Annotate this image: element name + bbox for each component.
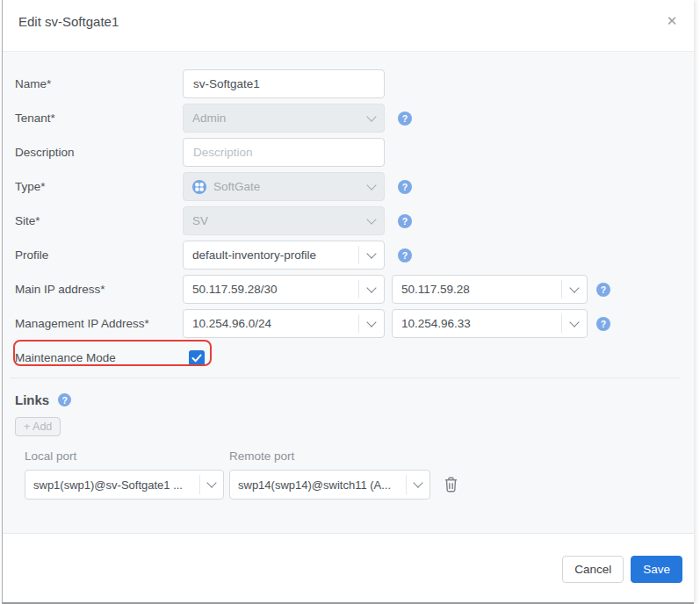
close-icon[interactable]: ✕	[662, 11, 682, 31]
local-port-header: Local port	[25, 449, 229, 463]
remote-port-header: Remote port	[229, 449, 294, 463]
add-link-button[interactable]: + Add	[15, 417, 61, 436]
profile-row: Profile default-inventory-profile ?	[15, 241, 680, 270]
name-label: Name*	[15, 77, 183, 90]
tenant-help-icon[interactable]: ?	[398, 111, 412, 126]
dialog-footer: Cancel Save	[3, 534, 694, 602]
site-row: Site* SV ?	[15, 206, 680, 235]
mgmt-ip-help-icon[interactable]: ?	[596, 317, 610, 331]
mgmt-ip-label: Management IP Address*	[15, 317, 183, 330]
type-label: Type*	[15, 180, 183, 193]
dialog-header: Edit sv-Softgate1 ✕	[3, 0, 694, 51]
chevron-down-icon	[562, 322, 587, 326]
tenant-label: Tenant*	[15, 111, 183, 125]
main-ip-help-icon[interactable]: ?	[596, 283, 610, 297]
mgmt-ip-row: Management IP Address* 10.254.96.0/24 10…	[15, 309, 680, 338]
description-label: Description	[15, 146, 183, 159]
type-select: SoftGate	[183, 172, 385, 201]
trash-icon	[443, 476, 459, 493]
site-label: Site*	[15, 214, 183, 227]
mgmt-ip-subnet-select[interactable]: 10.254.96.0/24	[183, 309, 385, 338]
links-help-icon[interactable]: ?	[58, 393, 71, 406]
main-ip-address-select[interactable]: 50.117.59.28	[392, 275, 588, 304]
chevron-down-icon	[359, 117, 384, 120]
chevron-down-icon	[562, 288, 587, 291]
chevron-down-icon	[359, 322, 384, 326]
save-button[interactable]: Save	[631, 556, 682, 583]
maintenance-checkbox[interactable]	[189, 350, 205, 366]
tenant-row: Tenant* Admin ?	[15, 104, 680, 133]
links-section-title: Links ?	[15, 392, 680, 407]
maintenance-label: Maintenance Mode	[15, 351, 183, 364]
profile-label: Profile	[15, 248, 183, 262]
name-input[interactable]	[183, 69, 385, 98]
type-row: Type* SoftGate ?	[15, 172, 680, 201]
chevron-down-icon	[407, 483, 429, 486]
chevron-down-icon	[359, 219, 384, 223]
cancel-button[interactable]: Cancel	[562, 556, 624, 583]
dialog-title: Edit sv-Softgate1	[18, 14, 119, 29]
link-row: swp1(swp1)@sv-Softgate1 ... swp14(swp14)…	[25, 470, 680, 500]
main-ip-label: Main IP address*	[15, 283, 183, 296]
chevron-down-icon	[359, 254, 384, 257]
description-row: Description	[15, 138, 680, 167]
chevron-down-icon	[359, 185, 384, 189]
delete-link-button[interactable]	[443, 476, 459, 493]
chevron-down-icon	[200, 483, 223, 486]
name-row: Name*	[15, 69, 680, 98]
tenant-select: Admin	[183, 104, 385, 133]
description-input[interactable]	[183, 138, 385, 167]
port-column-headers: Local port Remote port	[25, 449, 680, 463]
type-help-icon[interactable]: ?	[398, 180, 412, 194]
remote-port-select[interactable]: swp14(swp14)@switch11 (A...	[229, 470, 430, 500]
edit-device-dialog: Edit sv-Softgate1 ✕ Name* Tenant* Admin …	[2, 0, 694, 604]
maintenance-row: Maintenance Mode	[15, 343, 680, 372]
chevron-down-icon	[359, 288, 384, 291]
dialog-body: Name* Tenant* Admin ? Description Type*	[3, 51, 694, 534]
profile-help-icon[interactable]: ?	[398, 248, 412, 262]
site-help-icon[interactable]: ?	[398, 214, 412, 228]
main-ip-row: Main IP address* 50.117.59.28/30 50.117.…	[15, 275, 680, 304]
site-select: SV	[183, 206, 385, 235]
profile-select[interactable]: default-inventory-profile	[183, 241, 385, 270]
local-port-select[interactable]: swp1(swp1)@sv-Softgate1 ...	[25, 470, 224, 500]
links-divider	[10, 378, 680, 378]
main-ip-subnet-select[interactable]: 50.117.59.28/30	[183, 275, 385, 304]
softgate-icon	[192, 180, 206, 194]
mgmt-ip-address-select[interactable]: 10.254.96.33	[392, 309, 588, 338]
